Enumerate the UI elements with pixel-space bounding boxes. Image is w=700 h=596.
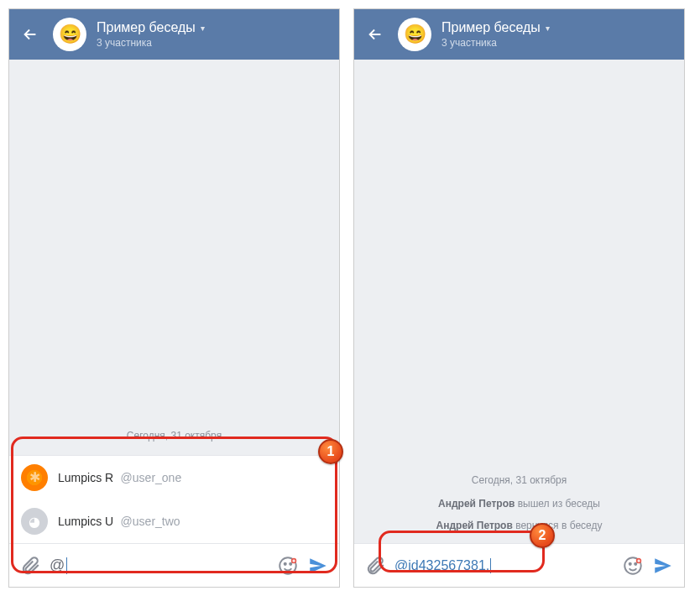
suggestion-handle: @user_two (121, 515, 180, 528)
chat-subtitle: 3 участника (97, 37, 327, 49)
chevron-down-icon: ▾ (546, 24, 550, 33)
mention-suggestions: Lumpics R @user_one Lumpics U @user_two (9, 455, 339, 543)
svg-point-2 (290, 562, 291, 564)
svg-point-1 (285, 562, 286, 564)
suggestion-name: Lumpics R (58, 471, 113, 484)
svg-point-5 (629, 562, 631, 564)
paperclip-icon[interactable] (364, 555, 386, 577)
right-phone-screen: 😄 Пример беседы ▾ 3 участника Сегодня, 3… (353, 8, 685, 588)
suggestion-row[interactable]: Lumpics U @user_two (9, 499, 339, 543)
input-text: @id432567381, (394, 558, 489, 573)
suggestion-row[interactable]: Lumpics R @user_one (9, 456, 339, 499)
chat-avatar[interactable]: 😄 (53, 18, 86, 51)
system-message: Андрей Петров вышел из беседы (354, 498, 684, 510)
message-input-bar: @id432567381, (354, 543, 684, 587)
message-input[interactable]: @id432567381, (394, 558, 614, 573)
left-phone-screen: 😄 Пример беседы ▾ 3 участника Сегодня, 3… (8, 8, 340, 588)
system-text: вышел из беседы (515, 498, 600, 510)
input-text: @ (50, 557, 65, 574)
smiley-icon[interactable] (277, 555, 299, 577)
system-text: вернулся в беседу (513, 520, 603, 531)
annotation-badge: 1 (318, 439, 343, 464)
send-icon[interactable] (307, 555, 329, 577)
chevron-down-icon: ▾ (201, 24, 205, 33)
chat-title-text: Пример беседы (97, 20, 196, 35)
annotation-badge: 2 (530, 523, 555, 548)
chat-subtitle: 3 участника (441, 37, 672, 49)
date-divider: Сегодня, 31 октября (9, 430, 339, 442)
system-message: Андрей Петров вернулся в беседу (354, 520, 684, 531)
chat-avatar[interactable]: 😄 (398, 18, 431, 51)
send-icon[interactable] (652, 555, 674, 577)
chat-title[interactable]: Пример беседы ▾ (441, 20, 672, 35)
message-input-bar: @ (9, 543, 339, 587)
back-arrow-icon[interactable] (21, 25, 39, 44)
suggestion-avatar (21, 464, 48, 491)
svg-point-6 (635, 562, 636, 564)
suggestion-name: Lumpics U (58, 515, 113, 528)
date-divider: Сегодня, 31 октября (354, 474, 684, 486)
smiley-icon[interactable] (622, 555, 644, 577)
back-arrow-icon[interactable] (366, 25, 384, 44)
paperclip-icon[interactable] (19, 555, 41, 577)
system-actor: Андрей Петров (436, 520, 513, 531)
chat-body[interactable]: Сегодня, 31 октября Андрей Петров вышел … (354, 60, 684, 543)
message-input[interactable]: @ (50, 557, 269, 574)
chat-title[interactable]: Пример беседы ▾ (97, 20, 327, 35)
chat-body[interactable]: Сегодня, 31 октября (9, 60, 339, 455)
suggestion-handle: @user_one (121, 471, 182, 484)
chat-title-text: Пример беседы (441, 20, 541, 35)
chat-header: 😄 Пример беседы ▾ 3 участника (9, 9, 339, 60)
suggestion-avatar (21, 508, 48, 535)
system-actor: Андрей Петров (438, 498, 515, 510)
chat-header: 😄 Пример беседы ▾ 3 участника (354, 9, 684, 60)
